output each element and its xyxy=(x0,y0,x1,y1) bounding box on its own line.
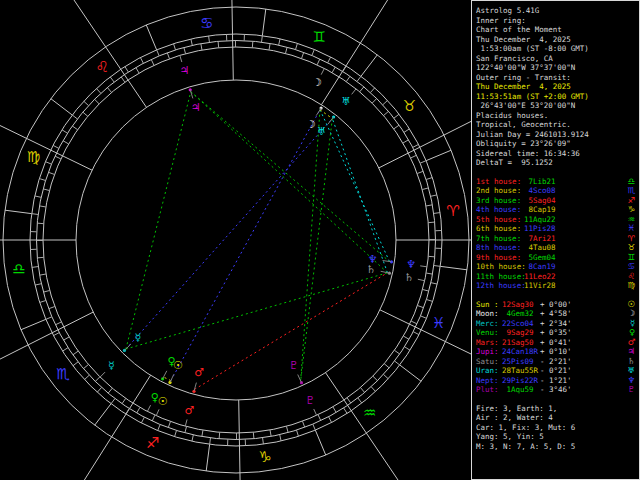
house-cusp-value: 5Sag04 xyxy=(524,196,560,206)
house-cusp-value: 7Ari21 xyxy=(524,234,560,244)
house-cusp-list: 1st house: 7Lib21♎2nd house: 4Sco08♏3rd … xyxy=(476,177,635,291)
planet-position-value: 1Aqu59 xyxy=(502,385,540,395)
sign-glyph-scorpio: ♏ xyxy=(56,365,70,383)
degree-tick xyxy=(201,44,202,50)
degree-tick xyxy=(418,306,424,308)
degree-tick xyxy=(191,39,192,45)
house-label: 2nd house: xyxy=(476,186,524,196)
sign-boundary-line xyxy=(51,99,72,115)
degree-tick xyxy=(168,422,170,428)
degree-tick xyxy=(184,47,186,53)
planet-row: Venu: 9Sag29+ 0°35'♀ xyxy=(476,328,635,338)
degree-tick xyxy=(426,178,432,180)
planet-pointer xyxy=(170,374,174,382)
degree-tick xyxy=(383,374,388,378)
degree-tick xyxy=(344,408,348,413)
degree-tick xyxy=(32,214,38,215)
degree-tick xyxy=(35,284,41,285)
info-line: Chart of the Moment xyxy=(476,25,635,35)
house-label: 9th house: xyxy=(476,253,524,263)
planet-position-value: 28Tau55R xyxy=(502,366,540,376)
planet-latitude-value: - 2°21' xyxy=(540,357,574,367)
planet-glyph-mercury-outer: ☿ xyxy=(108,359,115,372)
degree-tick xyxy=(373,376,378,381)
degree-tick xyxy=(54,333,60,336)
planet-row: Merc:22Sco04+ 2°34'☿ xyxy=(476,319,635,329)
degree-tick xyxy=(394,125,399,129)
degree-tick xyxy=(262,36,263,42)
planet-glyph-venus-outer: ♀ xyxy=(151,391,159,404)
degree-tick xyxy=(48,172,54,174)
degree-tick xyxy=(49,306,55,308)
info-sidebar: Astrolog 5.41G Inner ring:Chart of the M… xyxy=(471,0,640,480)
degree-tick xyxy=(285,47,287,53)
planet-pointer xyxy=(352,89,356,94)
degree-tick xyxy=(270,430,271,436)
info-line: San Francisco, CA xyxy=(476,54,635,64)
sign-boundary-line xyxy=(440,266,467,269)
degree-tick xyxy=(137,407,140,413)
planet-label: Merc: xyxy=(476,319,502,329)
app-title: Astrolog 5.41G xyxy=(476,6,635,16)
house-cusp-value: 8Cap19 xyxy=(524,205,560,215)
degree-tick xyxy=(63,141,69,144)
planet-position-value: 21Sag50 xyxy=(502,338,540,348)
wheel-svg: ♈♉♊♋♌♍♎♏♐♑♒♓☉☉☽☽☿☿♀♀♂♂♃♃♄♄♅♅♆♆♇♇ xyxy=(0,0,471,480)
planet-glyph-pluto-outer: ♇ xyxy=(305,394,315,407)
degree-tick xyxy=(55,322,61,325)
degree-tick xyxy=(73,351,78,355)
planet-icon: ♇ xyxy=(627,385,635,395)
zodiac-sign-icon: ♍ xyxy=(627,281,635,291)
planet-row: Mars:21Sag50+ 0°41'♂ xyxy=(476,338,635,348)
degree-tick xyxy=(210,438,211,444)
house-label: 1st house: xyxy=(476,177,524,187)
house-label: 4th house: xyxy=(476,205,524,215)
wheel-ring xyxy=(30,34,442,446)
degree-tick xyxy=(174,44,176,50)
degree-tick xyxy=(394,350,399,354)
planet-pointer xyxy=(124,344,130,350)
info-line: Outer ring - Transit: xyxy=(476,73,635,83)
degree-tick xyxy=(95,377,100,382)
degree-tick xyxy=(383,100,388,104)
degree-tick xyxy=(360,87,364,92)
planet-latitude-value: + 0°41' xyxy=(540,338,574,348)
degree-tick xyxy=(39,206,45,207)
degree-tick xyxy=(428,222,434,223)
planet-row: Moon: 4Gem32+ 4°58'☽ xyxy=(476,309,635,319)
planet-row: Sun :12Sag30+ 0°00'☉ xyxy=(476,300,635,310)
planet-label: Nept: xyxy=(476,376,502,386)
sign-glyph-leo: ♌ xyxy=(96,58,109,76)
degree-tick xyxy=(110,77,114,82)
sign-glyph-aries: ♈ xyxy=(446,202,459,220)
element-tally-line: Car: 1, Fix: 3, Mut: 6 xyxy=(476,423,635,433)
element-tally-line: Fire: 3, Earth: 1, xyxy=(476,404,635,414)
planet-position-value: 25Pis09 xyxy=(502,357,540,367)
aspect-line-opposition xyxy=(126,119,332,349)
house-row: 10th house: 8Can19♋ xyxy=(476,262,635,272)
house-row: 5th house:11Aqu22♒ xyxy=(476,215,635,225)
planet-glyph-saturn-outer: ♄ xyxy=(404,271,414,284)
wheel-ring xyxy=(37,41,436,440)
planet-glyph-mercury-inner: ☿ xyxy=(135,331,142,344)
degree-tick xyxy=(111,399,115,404)
degree-tick xyxy=(431,195,437,196)
degree-tick xyxy=(411,321,417,324)
info-line: Thu December 4, 2025 xyxy=(476,82,635,92)
degree-tick xyxy=(421,316,427,318)
aspect-line-trine xyxy=(301,119,333,381)
degree-tick xyxy=(413,144,419,147)
element-tally-line: Air : 2, Water: 4 xyxy=(476,413,635,423)
house-cusp-line xyxy=(49,375,150,480)
info-line: Tropical, Geocentric. xyxy=(476,120,635,130)
planet-latitude-value: + 0°35' xyxy=(540,328,574,338)
sign-boundary-line xyxy=(95,404,111,425)
planet-position-value: 9Sag29 xyxy=(502,328,540,338)
degree-tick xyxy=(317,59,320,65)
planet-row: Plut: 1Aqu59- 3°46'♇ xyxy=(476,385,635,395)
degree-tick xyxy=(269,43,270,49)
degree-tick xyxy=(422,188,428,190)
planet-glyph-sun-outer: ☉ xyxy=(158,395,168,408)
degree-tick xyxy=(384,111,389,115)
aspect-line-conjunction xyxy=(164,377,171,381)
